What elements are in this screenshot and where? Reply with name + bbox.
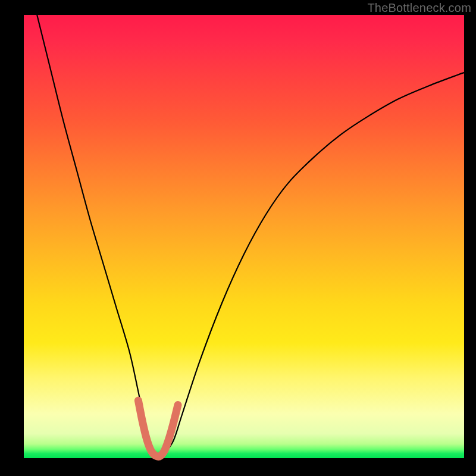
- bottleneck-curve-path: [37, 15, 464, 456]
- chart-frame: TheBottleneck.com: [0, 0, 476, 476]
- bottleneck-curve-svg: [24, 15, 464, 458]
- optimal-zone-marker-path: [138, 400, 178, 456]
- plot-area: [24, 15, 464, 458]
- watermark-text: TheBottleneck.com: [367, 1, 471, 15]
